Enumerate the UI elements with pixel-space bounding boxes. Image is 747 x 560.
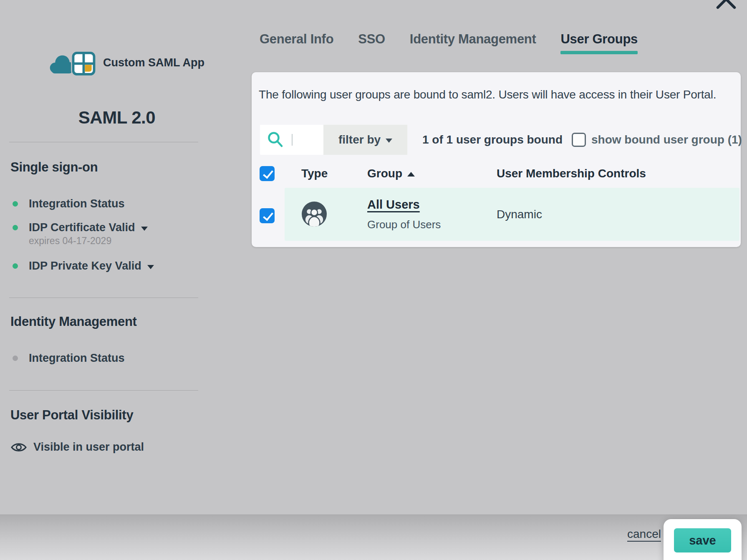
chevron-down-icon <box>386 139 392 143</box>
identity-section-heading: Identity Management <box>10 314 137 329</box>
save-button-highlight: save <box>664 519 742 560</box>
user-group-avatar-icon <box>301 201 327 227</box>
save-button[interactable]: save <box>674 528 731 552</box>
row-checkbox[interactable] <box>260 208 275 223</box>
idp-private-key-label: IDP Private Key Valid <box>29 260 141 272</box>
identity-integration-status-label: Integration Status <box>29 352 125 365</box>
tab-user-groups[interactable]: User Groups <box>560 32 637 54</box>
table-header: Type Group User Membership Controls <box>252 166 741 181</box>
tab-sso[interactable]: SSO <box>358 32 385 54</box>
sso-integration-status-item: Integration Status <box>13 197 125 210</box>
column-header-membership: User Membership Controls <box>497 166 646 181</box>
status-dot-gray-icon <box>13 356 18 361</box>
show-bound-checkbox[interactable] <box>572 133 586 147</box>
tab-identity-management[interactable]: Identity Management <box>410 32 536 54</box>
cloud-grid-logo-icon <box>47 49 99 76</box>
show-bound-label[interactable]: show bound user group (1) <box>591 133 742 146</box>
column-header-group-label: Group <box>367 166 402 181</box>
group-type-label: Group of Users <box>367 218 441 231</box>
tab-bar: General Info SSO Identity Management Use… <box>260 32 638 54</box>
search-icon <box>267 131 284 149</box>
tab-general-info[interactable]: General Info <box>260 32 333 54</box>
sidebar-divider <box>9 142 198 142</box>
portal-visibility-item: Visible in user portal <box>10 441 144 454</box>
sso-section-heading: Single sign-on <box>10 160 98 175</box>
idp-private-key-item[interactable]: IDP Private Key Valid <box>13 260 154 272</box>
cancel-button[interactable]: cancel <box>627 527 661 541</box>
column-header-group[interactable]: Group <box>367 166 415 181</box>
group-name-link[interactable]: All Users <box>367 198 420 212</box>
status-dot-green-icon <box>13 263 18 269</box>
sort-ascending-icon <box>407 172 415 177</box>
show-bound-toggle[interactable]: show bound user group (1) <box>572 125 742 155</box>
panel-description: The following user groups are bound to s… <box>259 88 716 101</box>
table-row[interactable]: All Users Group of Users Dynamic <box>285 188 739 241</box>
sso-integration-status-label: Integration Status <box>29 197 125 210</box>
search-box[interactable] <box>260 125 323 155</box>
idp-certificate-label: IDP Certificate Valid <box>29 221 135 234</box>
close-icon[interactable] <box>713 0 739 13</box>
protocol-title: SAML 2.0 <box>0 108 234 128</box>
visibility-section-heading: User Portal Visibility <box>10 408 133 423</box>
certificate-expiry-text: expires 04-17-2029 <box>29 235 111 247</box>
eye-icon <box>10 441 27 453</box>
group-name-block: All Users Group of Users <box>367 198 441 231</box>
filter-by-label: filter by <box>338 133 381 146</box>
idp-certificate-item[interactable]: IDP Certificate Valid <box>13 221 148 234</box>
identity-integration-status-item: Integration Status <box>13 352 125 365</box>
filter-by-button[interactable]: filter by <box>323 125 407 155</box>
user-groups-panel: The following user groups are bound to s… <box>252 72 741 247</box>
select-all-checkbox[interactable] <box>260 166 275 181</box>
portal-visibility-label: Visible in user portal <box>33 441 144 454</box>
search-input[interactable] <box>287 129 320 151</box>
status-dot-green-icon <box>13 201 18 207</box>
app-logo-label: Custom SAML App <box>103 56 204 69</box>
modal-footer: cancel save <box>0 515 747 560</box>
search-filter-group: filter by <box>260 125 407 155</box>
column-header-type: Type <box>301 166 328 181</box>
sidebar-divider <box>9 298 198 298</box>
bound-groups-summary: 1 of 1 user groups bound <box>422 125 563 155</box>
chevron-down-icon[interactable] <box>141 227 148 231</box>
membership-value: Dynamic <box>497 188 542 241</box>
sidebar-divider <box>9 390 198 391</box>
app-logo: Custom SAML App <box>47 49 204 76</box>
status-dot-green-icon <box>13 225 18 230</box>
chevron-down-icon[interactable] <box>147 265 154 269</box>
